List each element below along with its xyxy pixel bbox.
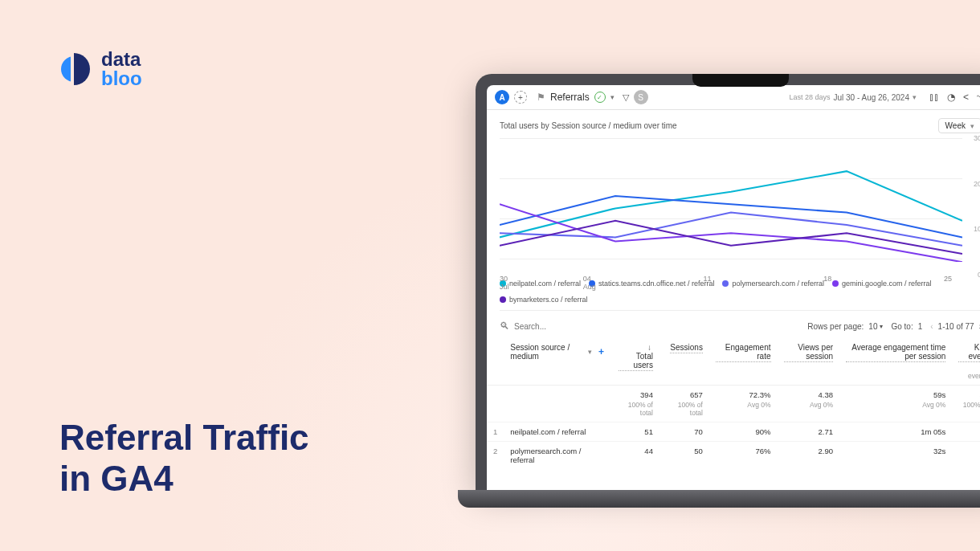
trend-icon[interactable]: 〰 (977, 92, 980, 103)
legend-label: polymersearch.com / referral (732, 280, 824, 288)
search-icon: 🔍︎ (500, 320, 509, 332)
goto-label: Go to: (891, 322, 913, 331)
audience-chip[interactable]: A (495, 90, 509, 104)
svg-rect-0 (71, 55, 74, 84)
table-search[interactable]: 🔍︎ (500, 320, 799, 332)
summary-row: 394100% of total 657100% of total 72.3%A… (487, 386, 980, 422)
table-row[interactable]: 2 polymersearch.com / referral 44 50 76%… (487, 442, 980, 470)
period-select[interactable]: Week ▾ (938, 118, 980, 133)
col-key-event[interactable]: Key eventAll events (952, 338, 980, 386)
col-total-users[interactable]: ↓Total users (612, 338, 659, 386)
chevron-down-icon: ▾ (588, 348, 592, 356)
chevron-down-icon: ▾ (970, 122, 974, 130)
rows-per-page-select[interactable]: 10 ▾ (868, 322, 883, 331)
y-tick: 30 (974, 134, 980, 142)
legend-dot-icon (722, 280, 729, 287)
chart-title: Total users by Session source / medium o… (500, 121, 677, 130)
prev-page-button[interactable]: ‹ (930, 322, 933, 331)
legend-item[interactable]: neilpatel.com / referral (500, 280, 581, 288)
chevron-down-icon[interactable]: ▾ (610, 93, 615, 101)
x-tick: 04Aug (583, 275, 596, 291)
x-tick: 25 (944, 275, 952, 283)
customize-icon[interactable]: ⫿⫿ (929, 92, 939, 103)
goto-value[interactable]: 1 (918, 322, 923, 331)
line-chart: 30Jul04Aug111825 3020100 (500, 138, 980, 275)
logo-text-bloo: bloo (101, 69, 142, 88)
flag-icon: ⚑ (537, 92, 545, 103)
col-views-per-session[interactable]: Views per session (778, 338, 840, 386)
logo-mark (56, 51, 92, 87)
rows-per-page-label: Rows per page: (807, 322, 864, 331)
table-row[interactable]: 1 neilpatel.com / referral 51 70 90% 2.7… (487, 422, 980, 442)
add-dimension-button[interactable]: + (597, 346, 606, 357)
report-toolbar: A + ⚑ Referrals ✓ ▾ ▽ S Last 28 days Jul… (487, 85, 980, 110)
chart-legend: neilpatel.com / referralstatics.teams.cd… (500, 280, 980, 311)
legend-dot-icon (500, 296, 506, 303)
search-input[interactable] (514, 322, 594, 331)
laptop-frame: A + ⚑ Referrals ✓ ▾ ▽ S Last 28 days Jul… (458, 74, 980, 514)
headline: Referral Traffic in GA4 (59, 418, 309, 499)
legend-label: neilpatel.com / referral (509, 280, 581, 288)
dimension-selector[interactable]: Session source / medium ▾ + (510, 343, 606, 361)
share-icon[interactable]: < (963, 92, 969, 103)
col-engagement-rate[interactable]: Engagement rate (709, 338, 778, 386)
headline-line2: in GA4 (59, 459, 309, 500)
legend-label: gemini.google.com / referral (842, 280, 932, 288)
y-tick: 20 (974, 180, 980, 188)
legend-item[interactable]: bymarketers.co / referral (500, 296, 588, 304)
report-title: Referrals (550, 92, 590, 103)
chevron-down-icon: ▾ (880, 323, 883, 330)
x-tick: 18 (823, 275, 831, 283)
legend-item[interactable]: polymersearch.com / referral (722, 280, 824, 288)
brand-logo: data bloo (56, 50, 142, 88)
legend-dot-icon (832, 280, 839, 287)
col-avg-engagement-time[interactable]: Average engagement time per session (839, 338, 952, 386)
legend-label: bymarketers.co / referral (509, 296, 588, 304)
segment-chip[interactable]: S (634, 90, 648, 104)
ga4-screen: A + ⚑ Referrals ✓ ▾ ▽ S Last 28 days Jul… (487, 85, 980, 490)
logo-text-data: data (101, 50, 142, 69)
y-tick: 10 (974, 225, 980, 233)
chevron-down-icon: ▾ (913, 93, 917, 101)
laptop-notch (692, 74, 789, 87)
data-table: Session source / medium ▾ + ↓Total users… (487, 338, 980, 469)
table-controls: 🔍︎ Rows per page: 10 ▾ Go to: 1 ‹ 1-10 (487, 314, 980, 338)
insights-icon[interactable]: ◔ (947, 92, 955, 103)
sort-desc-icon: ↓ (647, 343, 651, 352)
filter-icon[interactable]: ▽ (623, 92, 629, 103)
legend-label: statics.teams.cdn.office.net / referral (598, 280, 714, 288)
x-tick: 30Jul (500, 275, 509, 291)
add-comparison-button[interactable]: + (514, 91, 527, 104)
col-sessions[interactable]: Sessions (659, 338, 709, 386)
legend-item[interactable]: statics.teams.cdn.office.net / referral (589, 280, 714, 288)
page-range: 1-10 of 77 (938, 322, 974, 331)
date-range-picker[interactable]: Last 28 days Jul 30 - Aug 26, 2024 ▾ (789, 93, 917, 102)
headline-line1: Referral Traffic (59, 418, 309, 459)
x-tick: 11 (703, 275, 711, 283)
legend-item[interactable]: gemini.google.com / referral (832, 280, 932, 288)
check-icon[interactable]: ✓ (594, 92, 606, 103)
